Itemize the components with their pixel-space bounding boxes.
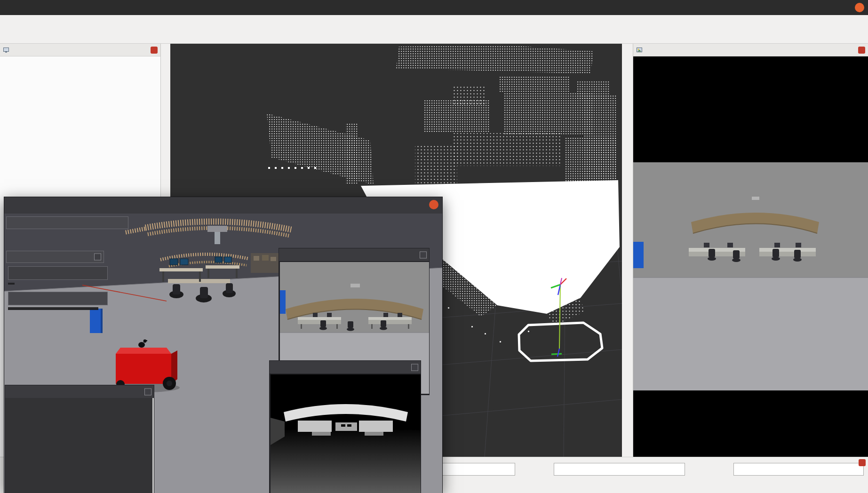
maximize-button[interactable]: [839, 3, 848, 12]
time-panel-close-button[interactable]: [859, 459, 866, 466]
mvsim-status-window[interactable]: [5, 385, 154, 493]
mvsim-window[interactable]: [4, 197, 443, 493]
mvsim-maximize-button[interactable]: [413, 200, 422, 209]
wall-time-field[interactable]: [554, 463, 685, 476]
depth-camera-image: [270, 374, 421, 493]
displays-tree: [0, 56, 160, 58]
menu-bar: [0, 15, 868, 28]
image-panel-icon: [636, 47, 643, 53]
image-panel-header[interactable]: [633, 44, 868, 56]
mvsim-close-button[interactable]: [429, 200, 438, 209]
status-window-titlebar[interactable]: [5, 385, 154, 398]
rviz-titlebar[interactable]: [0, 0, 868, 15]
minimize-button[interactable]: [144, 388, 151, 395]
close-button[interactable]: [855, 3, 864, 12]
mvsim-minimize-button[interactable]: [397, 200, 406, 209]
toolbar: [0, 28, 868, 44]
displays-panel-icon: [3, 47, 9, 53]
depth-window-titlebar[interactable]: [270, 361, 421, 374]
displays-panel-header[interactable]: [0, 44, 160, 56]
minimize-button[interactable]: [420, 251, 427, 258]
panel-close-button[interactable]: [151, 47, 158, 54]
camera-follows-label: [8, 283, 15, 285]
status-window-body: [5, 398, 154, 493]
rgb-window-titlebar[interactable]: [279, 248, 429, 261]
view-options-list: [8, 307, 98, 310]
camera-follows-dropdown[interactable]: [8, 292, 108, 305]
image-panel: [633, 44, 868, 457]
mvsim-control-section-header[interactable]: [6, 251, 104, 263]
quit-button[interactable]: [8, 266, 108, 280]
camera-image-view: [633, 56, 868, 457]
mvsim-titlebar[interactable]: [4, 197, 442, 214]
mvsim-3d-scene[interactable]: [4, 214, 442, 493]
minimize-button[interactable]: [411, 364, 418, 371]
mvsim-status-section-header[interactable]: [6, 216, 128, 229]
minimize-button[interactable]: [823, 3, 832, 12]
wall-elapsed-field[interactable]: [733, 463, 864, 476]
camera-depth-window[interactable]: [269, 360, 421, 493]
panel-close-button[interactable]: [858, 47, 865, 54]
collapse-section-button[interactable]: [94, 254, 101, 261]
